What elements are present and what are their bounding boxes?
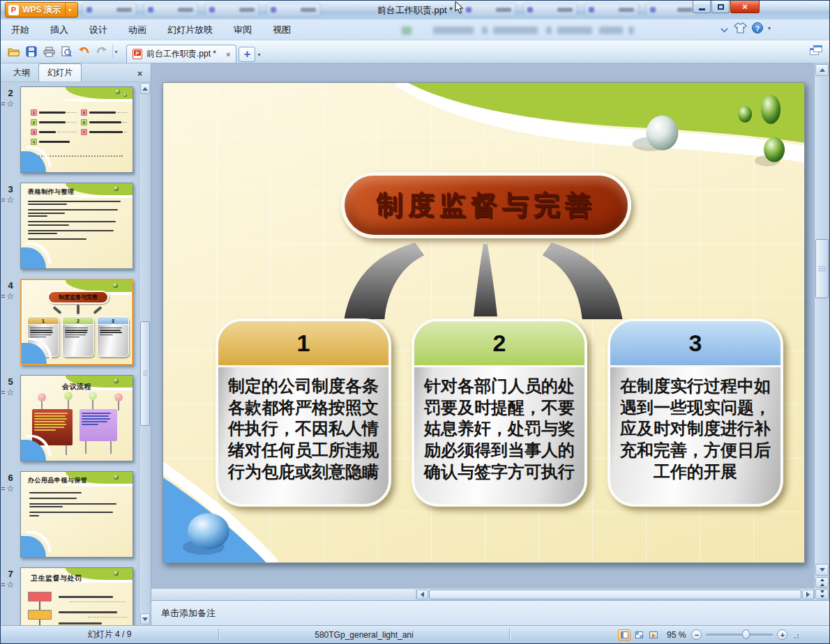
text-line-placeholder [30, 332, 53, 333]
scroll-down-button[interactable] [140, 613, 150, 624]
droplet [114, 186, 119, 191]
new-tab-dropdown-icon[interactable]: ▾ [255, 52, 260, 58]
menubar: 开始 插入 设计 动画 幻灯片放映 审阅 视图 ? ▾ [1, 20, 829, 40]
animation-star-icon: ☆ [1, 195, 20, 205]
scroll-thumb[interactable] [140, 321, 150, 426]
scroll-up-button[interactable] [140, 83, 150, 94]
ghost-blob [599, 26, 623, 34]
vscroll-track[interactable] [815, 77, 829, 563]
close-button[interactable]: × [730, 1, 760, 13]
zoom-slider-knob[interactable] [742, 629, 750, 639]
open-file-button[interactable] [6, 44, 22, 59]
minimize-button[interactable] [693, 1, 711, 13]
print-preview-button[interactable] [59, 44, 74, 59]
content-box-1[interactable]: 1 制定的公司制度各条各款都将严格按照文件执行，不因私人情绪对任何员工所违规行为… [216, 319, 391, 507]
text-line-placeholder [28, 221, 116, 222]
undo-button[interactable] [76, 44, 91, 59]
menu-home[interactable]: 开始 [1, 20, 40, 40]
qat-dropdown-icon[interactable]: ▾ [112, 45, 119, 59]
resize-grip[interactable] [793, 631, 799, 638]
droplet [123, 93, 127, 97]
mouse-cursor [454, 1, 464, 15]
save-button[interactable] [24, 44, 39, 59]
document-tab-close-icon[interactable]: × [220, 50, 230, 59]
content-box-3[interactable]: 3 在制度实行过程中如遇到一些现实问题，应及时对制度进行补充和完善，方便日后工作… [608, 319, 783, 507]
text-line-placeholder [29, 498, 77, 499]
menu-design[interactable]: 设计 [79, 20, 118, 40]
text-line-placeholder [28, 238, 86, 240]
scroll-track[interactable] [139, 95, 151, 613]
hscroll-track[interactable] [428, 589, 802, 600]
menu-view[interactable]: 视图 [262, 20, 301, 40]
document-tab[interactable]: 前台工作职责.ppt * × [126, 45, 236, 63]
text-line-placeholder [34, 424, 66, 425]
thumbnail-scrollbar [139, 82, 151, 625]
redo-button[interactable] [93, 44, 109, 59]
scroll-down-button[interactable] [815, 564, 829, 576]
content-box-2[interactable]: 2 针对各部门人员的处罚要及时提醒，不要姑息养奸，处罚与奖励必须得到当事人的确认… [412, 319, 587, 507]
slide-canvas[interactable]: 制度监督与完善 1 制定的公司制度各条各款都将严格按照文件执行，不因私人情绪对任… [163, 82, 805, 563]
scroll-up-button[interactable] [815, 64, 829, 76]
collapse-ribbon-icon[interactable] [721, 26, 729, 31]
content-area: 大纲 幻灯片 × 2 ☆ [1, 63, 829, 625]
menubar-right-tools: ? ▾ [721, 22, 771, 33]
text-line-placeholder [100, 330, 121, 331]
help-icon[interactable]: ? [752, 22, 763, 33]
new-tab-button[interactable]: + [239, 47, 255, 62]
notes-pane[interactable]: 单击添加备注 [151, 600, 829, 627]
slide-title: 制度监督与完善 [377, 187, 596, 223]
text-line-placeholder [30, 337, 46, 338]
text-line-placeholder [28, 201, 121, 202]
thumbnail-area: 2 ☆ 1 2 3 4 [1, 82, 151, 625]
droplet [113, 283, 118, 288]
zoom-slider[interactable] [706, 634, 773, 636]
thumb-label: 5 ☆ [1, 375, 20, 461]
slide-thumbnail-3[interactable]: 3 ☆ 表格制作与整理 [1, 183, 139, 269]
slide-title-shape[interactable]: 制度监督与完善 [341, 172, 631, 238]
animation-star-icon: ☆ [1, 388, 20, 397]
text-line-placeholder [29, 515, 39, 516]
text-line-placeholder [82, 421, 107, 422]
ghost-blob [402, 26, 412, 35]
close-icon: × [742, 1, 748, 12]
tab-outline[interactable]: 大纲 [5, 64, 38, 82]
menu-animation[interactable]: 动画 [118, 20, 157, 40]
vscroll-thumb[interactable] [815, 239, 829, 298]
previous-slide-button[interactable] [815, 577, 829, 588]
thumb-green-band [66, 183, 133, 195]
slideshow-view-button[interactable] [647, 629, 660, 641]
slide-thumbnail-2[interactable]: 2 ☆ 1 2 3 4 [1, 86, 139, 173]
slide-thumbnail-4[interactable]: 4 ☆ 制度监督与完善 1 [1, 279, 139, 365]
slide-editing-area[interactable]: 制度监督与完善 1 制定的公司制度各条各款都将严格按照文件执行，不因私人情绪对任… [151, 63, 814, 588]
arrange-windows-icon[interactable] [810, 45, 822, 55]
close-panel-icon[interactable]: × [137, 69, 146, 82]
text-line-placeholder [29, 512, 113, 513]
menu-slideshow[interactable]: 幻灯片放映 [157, 20, 223, 40]
text-line-placeholder [65, 330, 88, 331]
skin-icon[interactable] [734, 22, 747, 33]
next-slide-button[interactable] [815, 589, 829, 599]
print-button[interactable] [41, 44, 56, 59]
slide-panel: 大纲 幻灯片 × 2 ☆ [1, 63, 151, 625]
thumb-blue-corner [21, 247, 46, 268]
restore-button[interactable] [711, 1, 730, 13]
menu-insert[interactable]: 插入 [40, 20, 79, 40]
ghost-blob [546, 26, 552, 34]
scroll-right-button[interactable] [802, 590, 814, 599]
normal-view-button[interactable] [618, 629, 631, 641]
slide-thumbnail-5[interactable]: 5 ☆ 会议流程 [1, 375, 139, 461]
slide-sorter-view-button[interactable] [633, 629, 645, 641]
tab-slides[interactable]: 幻灯片 [38, 63, 82, 82]
scroll-left-button[interactable] [416, 590, 428, 599]
slide-thumbnail-6[interactable]: 6 ☆ 办公用品申领与保管 [1, 471, 139, 558]
droplet [115, 89, 120, 94]
hscroll-thumb[interactable] [429, 590, 801, 599]
thumb-label: 2 ☆ [1, 86, 20, 173]
zoom-out-button[interactable]: − [691, 629, 702, 640]
thumb-blue-corner [21, 440, 46, 461]
zoom-in-button[interactable]: + [777, 629, 787, 640]
slide-thumbnail-7[interactable]: 7 ☆ 卫生监督与处罚 [1, 567, 139, 625]
help-dropdown-icon[interactable]: ▾ [768, 25, 771, 31]
menu-review[interactable]: 审阅 [223, 20, 262, 40]
text-line-placeholder [100, 328, 122, 329]
